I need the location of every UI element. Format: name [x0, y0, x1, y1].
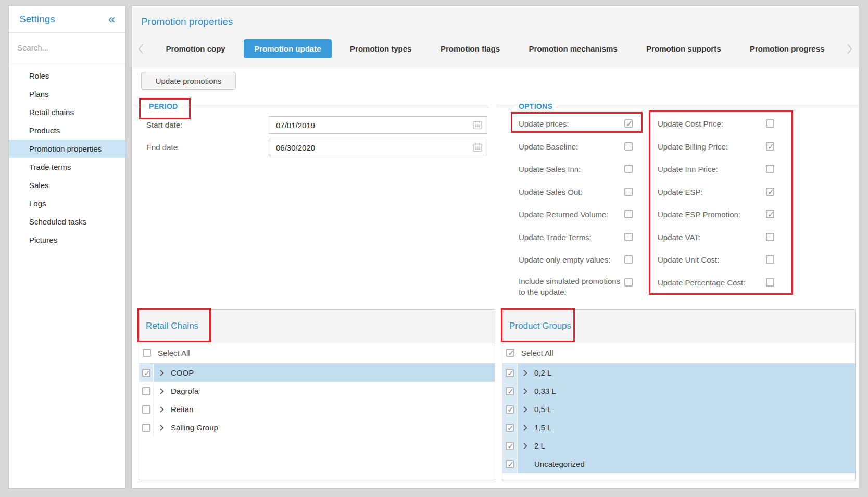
- start-date-input[interactable]: [269, 116, 487, 134]
- option-update-billing-price: Update Billing Price:: [658, 138, 788, 156]
- product-group-row-05l[interactable]: 0,5 L: [502, 400, 855, 418]
- option-update-only-empty-values: Update only empty values:: [519, 251, 649, 269]
- expand-chevron-icon[interactable]: [160, 388, 164, 394]
- option-update-vat: Update VAT:: [658, 229, 788, 246]
- row-checkbox[interactable]: [506, 369, 514, 377]
- sidebar-item-scheduled-tasks[interactable]: Scheduled tasks: [9, 213, 125, 231]
- collapse-sidebar-icon[interactable]: «: [108, 14, 115, 24]
- update-promotions-button[interactable]: Update promotions: [141, 72, 236, 90]
- sidebar-menu: Roles Plans Retail chains Products Promo…: [9, 63, 125, 249]
- expand-chevron-icon[interactable]: [523, 388, 527, 394]
- product-groups-header: Product Groups: [502, 310, 855, 342]
- checkbox-update-inn-price[interactable]: [766, 165, 774, 173]
- checkbox-update-sales-inn[interactable]: [624, 165, 633, 173]
- expand-chevron-icon[interactable]: [160, 370, 164, 376]
- checkbox-update-percentage-cost[interactable]: [766, 278, 774, 287]
- checkbox-update-baseline[interactable]: [624, 142, 633, 151]
- row-checkbox[interactable]: [506, 442, 514, 450]
- sidebar-item-products[interactable]: Products: [9, 121, 125, 140]
- product-group-row-02l[interactable]: 0,2 L: [502, 364, 855, 382]
- checkbox-update-esp-promotion[interactable]: [766, 210, 774, 218]
- search-input[interactable]: [17, 43, 117, 52]
- checkbox-include-simulated-promotions[interactable]: [624, 278, 633, 287]
- checkbox-update-cost-price[interactable]: [766, 119, 774, 128]
- retail-chain-row-salling-group[interactable]: Salling Group: [139, 418, 495, 437]
- option-update-esp: Update ESP:: [658, 183, 788, 201]
- option-update-unit-cost: Update Unit Cost:: [658, 251, 788, 269]
- tab-promotion-copy[interactable]: Promotion copy: [156, 39, 236, 58]
- retail-chains-header: Retail Chains: [139, 310, 495, 342]
- tab-promotion-mechanisms[interactable]: Promotion mechanisms: [519, 39, 628, 58]
- start-date-field: [269, 116, 487, 134]
- checkbox-update-sales-out[interactable]: [624, 188, 633, 196]
- row-checkbox[interactable]: [506, 424, 514, 432]
- checkbox-update-returned-volume[interactable]: [624, 210, 633, 218]
- option-update-prices: Update prices:: [519, 115, 649, 133]
- checkbox-update-unit-cost[interactable]: [766, 255, 774, 264]
- end-date-label: End date:: [146, 139, 180, 156]
- sidebar-item-promotion-properties[interactable]: Promotion properties: [9, 140, 125, 158]
- period-legend: PERIOD: [145, 102, 181, 110]
- end-date-input[interactable]: [269, 139, 487, 156]
- main-header: Promotion properties Promotion copy Prom…: [132, 6, 859, 67]
- retail-chains-title: Retail Chains: [146, 321, 198, 331]
- expand-chevron-icon[interactable]: [523, 370, 527, 376]
- expand-chevron-icon[interactable]: [160, 425, 164, 431]
- row-checkbox[interactable]: [142, 387, 150, 395]
- tab-promotion-flags[interactable]: Promotion flags: [430, 39, 510, 58]
- checkbox-update-prices[interactable]: [624, 119, 633, 128]
- product-group-row-033l[interactable]: 0,33 L: [502, 382, 855, 400]
- select-all-checkbox[interactable]: [506, 349, 514, 357]
- row-checkbox[interactable]: [506, 405, 514, 414]
- sidebar-search: [9, 33, 125, 63]
- sidebar-item-roles[interactable]: Roles: [9, 67, 125, 85]
- retail-chain-row-reitan[interactable]: Reitan: [139, 400, 495, 418]
- sidebar-item-logs[interactable]: Logs: [9, 194, 125, 213]
- tab-promotion-update[interactable]: Promotion update: [244, 39, 331, 58]
- tab-promotion-supports[interactable]: Promotion supports: [636, 39, 731, 58]
- checkbox-update-esp[interactable]: [766, 188, 774, 196]
- row-checkbox[interactable]: [142, 424, 150, 432]
- checkbox-update-billing-price[interactable]: [766, 142, 774, 151]
- expand-chevron-icon[interactable]: [523, 406, 527, 413]
- tab-scroll-left-icon[interactable]: [134, 43, 147, 55]
- select-all-checkbox[interactable]: [143, 349, 151, 357]
- product-group-row-uncategorized[interactable]: Uncategorized: [502, 455, 855, 473]
- checkbox-update-vat[interactable]: [766, 233, 774, 241]
- checkbox-update-trade-terms[interactable]: [624, 233, 633, 241]
- row-checkbox[interactable]: [506, 387, 514, 395]
- retail-chains-select-all: Select All: [139, 342, 495, 364]
- sidebar-item-trade-terms[interactable]: Trade terms: [9, 158, 125, 176]
- sidebar-title: Settings: [19, 14, 55, 25]
- sidebar-item-plans[interactable]: Plans: [9, 85, 125, 103]
- retail-chain-row-dagrofa[interactable]: Dagrofa: [139, 382, 495, 400]
- sidebar-item-retail-chains[interactable]: Retail chains: [9, 103, 125, 121]
- retail-chain-row-coop[interactable]: COOP: [139, 364, 495, 382]
- row-checkbox[interactable]: [142, 369, 150, 377]
- calendar-icon[interactable]: [472, 142, 483, 153]
- tab-promotion-types[interactable]: Promotion types: [339, 39, 422, 58]
- tab-scroll-right-icon[interactable]: [843, 43, 857, 55]
- expand-chevron-icon[interactable]: [523, 443, 527, 449]
- start-date-label: Start date:: [146, 116, 182, 134]
- expand-chevron-icon[interactable]: [160, 406, 164, 413]
- product-group-row-2l[interactable]: 2 L: [502, 437, 855, 455]
- option-update-returned-volume: Update Returned Volume:: [519, 206, 649, 223]
- product-groups-title: Product Groups: [509, 321, 571, 331]
- settings-sidebar: Settings « Roles Plans Retail chains Pro…: [8, 5, 126, 489]
- sidebar-item-sales[interactable]: Sales: [9, 176, 125, 194]
- row-checkbox[interactable]: [142, 405, 150, 414]
- expand-chevron-icon[interactable]: [523, 425, 527, 431]
- checkbox-update-only-empty-values[interactable]: [624, 255, 633, 264]
- app-window: Settings « Roles Plans Retail chains Pro…: [0, 0, 868, 497]
- row-checkbox[interactable]: [506, 460, 514, 468]
- option-update-baseline: Update Baseline:: [519, 138, 649, 156]
- page-title: Promotion properties: [141, 16, 233, 28]
- option-update-sales-out: Update Sales Out:: [519, 183, 649, 201]
- options-legend: OPTIONS: [515, 102, 556, 110]
- tab-promotion-progress[interactable]: Promotion progress: [739, 39, 835, 58]
- product-group-row-15l[interactable]: 1,5 L: [502, 418, 855, 437]
- calendar-icon[interactable]: [472, 119, 483, 131]
- sidebar-item-pictures[interactable]: Pictures: [9, 231, 125, 249]
- tab-bar: Promotion copy Promotion update Promotio…: [134, 39, 857, 58]
